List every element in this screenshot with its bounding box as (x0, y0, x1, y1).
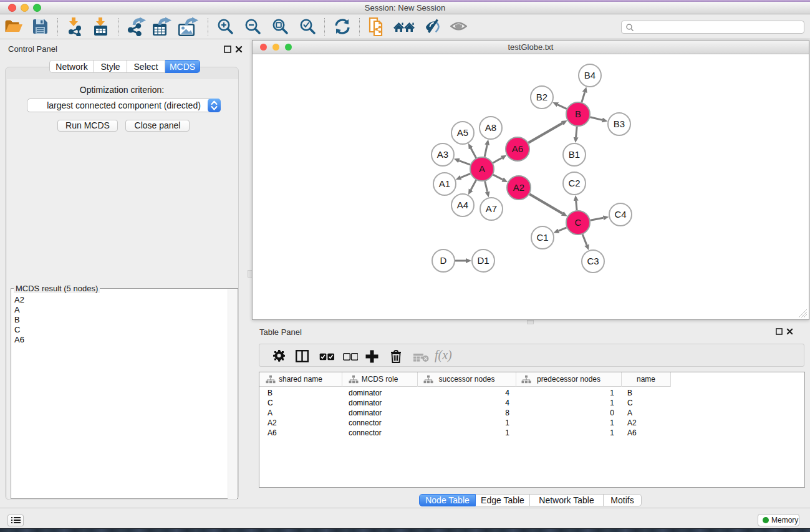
svg-text:B3: B3 (614, 118, 625, 129)
svg-text:A3: A3 (437, 149, 448, 160)
svg-text:C: C (575, 217, 582, 228)
svg-text:A7: A7 (486, 203, 497, 214)
svg-text:B: B (575, 109, 581, 119)
svg-text:C2: C2 (568, 178, 580, 188)
svg-text:A1: A1 (439, 178, 450, 189)
svg-text:A2: A2 (513, 182, 524, 193)
svg-text:D1: D1 (477, 255, 489, 266)
svg-text:C4: C4 (614, 209, 626, 220)
svg-text:B2: B2 (536, 92, 547, 102)
svg-text:B1: B1 (569, 149, 580, 160)
svg-text:D: D (440, 255, 447, 266)
svg-text:C1: C1 (536, 232, 548, 243)
svg-text:A8: A8 (485, 122, 496, 133)
svg-text:A5: A5 (457, 127, 468, 138)
svg-text:A6: A6 (512, 143, 523, 154)
svg-text:C3: C3 (587, 256, 599, 266)
svg-text:A4: A4 (457, 200, 468, 210)
svg-text:A: A (479, 163, 485, 174)
svg-text:B4: B4 (584, 70, 595, 80)
